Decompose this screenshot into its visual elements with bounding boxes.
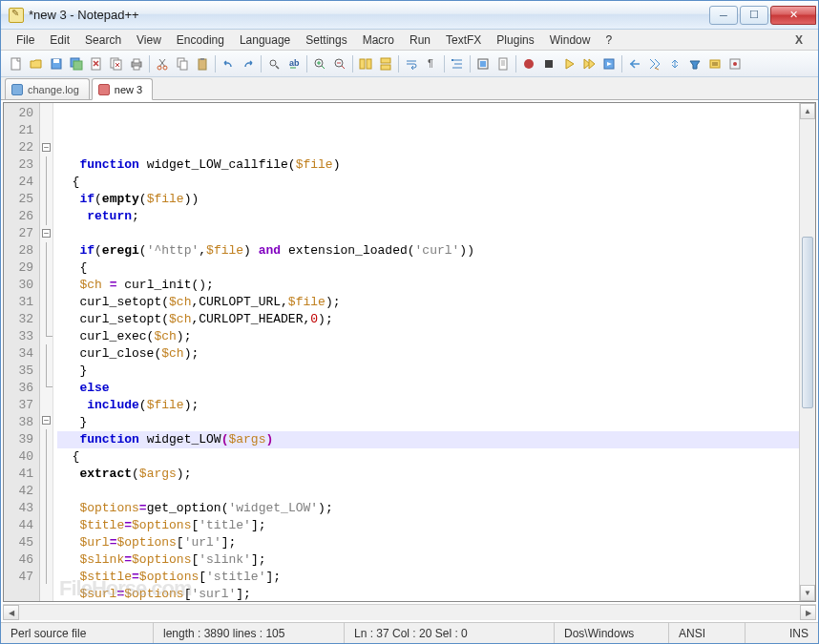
doc-map-icon[interactable]	[494, 54, 513, 73]
maximize-button[interactable]: ☐	[740, 6, 768, 25]
undo-icon[interactable]	[219, 54, 238, 73]
code-line[interactable]: $ch = curl_init();	[57, 277, 799, 294]
new-file-icon[interactable]	[7, 54, 26, 73]
menu-macro[interactable]: Macro	[355, 31, 402, 49]
line-number[interactable]: 26	[4, 208, 33, 225]
wrap-icon[interactable]	[402, 54, 421, 73]
copy-icon[interactable]	[173, 54, 192, 73]
code-area[interactable]: function widget_LOW_callfile($file) { if…	[53, 103, 799, 601]
code-line[interactable]: curl_setopt($ch,CURLOPT_HEADER,0);	[57, 311, 799, 328]
code-line[interactable]: $options=get_option('widget_LOW');	[57, 500, 799, 517]
line-number[interactable]: 39	[4, 431, 33, 448]
line-number[interactable]: 22	[4, 139, 33, 156]
fold-toggle-icon[interactable]: −	[42, 229, 51, 238]
line-number[interactable]: 46	[4, 551, 33, 569]
line-number[interactable]: 37	[4, 397, 33, 414]
sync-v-icon[interactable]	[356, 54, 375, 73]
scroll-down-button[interactable]: ▼	[800, 585, 815, 601]
code-line[interactable]: curl_exec($ch);	[57, 328, 799, 345]
menu-file[interactable]: File	[9, 31, 42, 49]
line-number[interactable]: 43	[4, 500, 33, 517]
code-line[interactable]: return;	[57, 208, 799, 225]
save-all-icon[interactable]	[67, 54, 86, 73]
print-icon[interactable]	[127, 54, 146, 73]
code-line[interactable]	[57, 483, 799, 500]
code-line[interactable]: extract($args);	[57, 466, 799, 483]
status-encoding[interactable]: ANSI	[669, 623, 746, 643]
code-line[interactable]: curl_close($ch);	[57, 345, 799, 363]
line-number[interactable]: 30	[4, 277, 33, 294]
tab-new-3[interactable]: new 3	[92, 78, 153, 100]
show-all-chars-icon[interactable]: ¶	[422, 54, 441, 73]
menu-[interactable]: ?	[598, 31, 620, 49]
code-line[interactable]: include($file);	[57, 397, 799, 414]
menu-encoding[interactable]: Encoding	[169, 31, 232, 49]
menu-plugins[interactable]: Plugins	[489, 31, 541, 49]
menu-settings[interactable]: Settings	[298, 31, 354, 49]
code-line[interactable]: function widget_LOW($args)	[57, 431, 799, 448]
code-line[interactable]	[57, 139, 799, 156]
code-line[interactable]: {	[57, 174, 799, 191]
menu-window[interactable]: Window	[542, 31, 598, 49]
line-number[interactable]: 31	[4, 294, 33, 311]
tb-misc6-icon[interactable]	[725, 54, 745, 73]
menu-run[interactable]: Run	[402, 31, 438, 49]
line-number[interactable]: 24	[4, 174, 33, 191]
line-number[interactable]: 38	[4, 414, 33, 431]
close-file-icon[interactable]	[87, 54, 106, 73]
cut-icon[interactable]	[153, 54, 172, 73]
close-button[interactable]: ✕	[770, 6, 816, 25]
indent-guide-icon[interactable]	[448, 54, 467, 73]
code-line[interactable]: function widget_LOW_callfile($file)	[57, 156, 799, 174]
user-lang-icon[interactable]	[473, 54, 493, 73]
code-line[interactable]: }	[57, 414, 799, 431]
menu-language[interactable]: Language	[232, 31, 298, 49]
find-icon[interactable]	[264, 54, 284, 73]
line-number[interactable]: 21	[4, 122, 33, 139]
vertical-scrollbar[interactable]: ▲ ▼	[799, 103, 815, 601]
scroll-right-button[interactable]: ▶	[800, 605, 816, 620]
redo-icon[interactable]	[239, 54, 258, 73]
minimize-button[interactable]: ─	[709, 6, 738, 25]
line-number[interactable]: 44	[4, 517, 33, 534]
code-line[interactable]: }	[57, 363, 799, 380]
horizontal-scrollbar[interactable]: ◀ ▶	[3, 604, 816, 620]
line-number[interactable]: 20	[4, 105, 33, 122]
fold-toggle-icon[interactable]: −	[42, 143, 51, 152]
line-number[interactable]: 42	[4, 483, 33, 500]
play-multi-icon[interactable]	[579, 54, 598, 73]
status-eol[interactable]: Dos\Windows	[555, 623, 669, 643]
save-icon[interactable]	[47, 54, 66, 73]
fold-toggle-icon[interactable]: −	[42, 416, 51, 425]
code-line[interactable]: {	[57, 260, 799, 277]
scroll-up-button[interactable]: ▲	[800, 103, 815, 119]
menu-close-x[interactable]: X	[788, 31, 810, 49]
tb-misc2-icon[interactable]	[645, 54, 664, 73]
play-macro-icon[interactable]	[559, 54, 578, 73]
stop-macro-icon[interactable]	[539, 54, 558, 73]
save-macro-icon[interactable]	[599, 54, 619, 73]
tb-misc3-icon[interactable]	[665, 54, 684, 73]
tb-misc4-icon[interactable]	[685, 54, 704, 73]
line-number[interactable]: 40	[4, 448, 33, 466]
code-line[interactable]: else	[57, 380, 799, 397]
line-number[interactable]: 33	[4, 328, 33, 345]
line-number-gutter[interactable]: 2021222324252627282930313233343536373839…	[4, 103, 40, 601]
fold-column[interactable]: −−−	[40, 103, 53, 601]
open-file-icon[interactable]	[27, 54, 46, 73]
code-line[interactable]: $title=$options['title'];	[57, 517, 799, 534]
tb-misc1-icon[interactable]	[625, 54, 644, 73]
titlebar[interactable]: *new 3 - Notepad++ ─ ☐ ✕	[1, 1, 818, 30]
code-line[interactable]: if(eregi('^http',$file) and extension_lo…	[57, 242, 799, 260]
line-number[interactable]: 34	[4, 345, 33, 363]
line-number[interactable]: 45	[4, 534, 33, 551]
menu-textfx[interactable]: TextFX	[438, 31, 489, 49]
code-line[interactable]: curl_setopt($ch,CURLOPT_URL,$file);	[57, 294, 799, 311]
status-mode[interactable]: INS	[746, 623, 818, 643]
tb-misc5-icon[interactable]	[705, 54, 724, 73]
line-number[interactable]: 41	[4, 466, 33, 483]
line-number[interactable]: 23	[4, 156, 33, 174]
code-line[interactable]: if(empty($file))	[57, 191, 799, 208]
code-line[interactable]: $slink=$options['slink'];	[57, 551, 799, 569]
menu-edit[interactable]: Edit	[42, 31, 77, 49]
